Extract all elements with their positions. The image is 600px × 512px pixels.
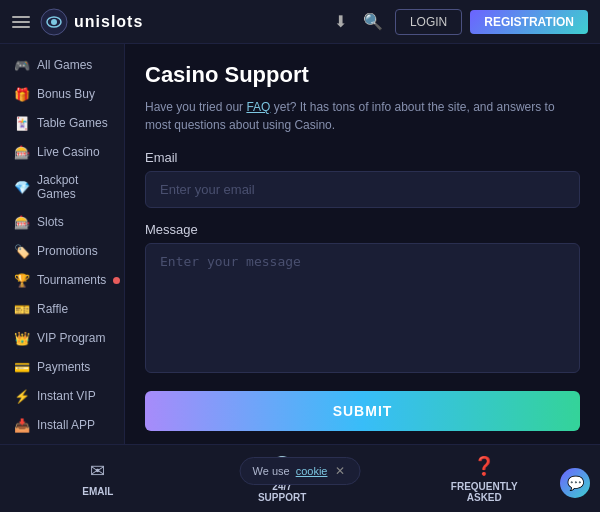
cookie-link[interactable]: cookie <box>296 465 328 477</box>
footer-faq-label: FREQUENTLYASKED <box>451 481 518 503</box>
cookie-close-button[interactable]: ✕ <box>333 464 347 478</box>
email-icon: ✉ <box>90 460 105 482</box>
sidebar-item-label: Tournaments <box>37 273 106 287</box>
footer-support: ✉ EMAIL We use cookie ✕ 🕐 24/7SUPPORT ❓ … <box>0 444 600 512</box>
logo-icon <box>40 8 68 36</box>
header-left: unislots <box>12 8 143 36</box>
download-icon-button[interactable]: ⬇ <box>330 8 351 35</box>
table-games-icon: 🃏 <box>14 115 30 131</box>
email-label: Email <box>145 150 580 165</box>
email-field[interactable] <box>145 171 580 208</box>
sidebar-item-instant-vip[interactable]: ⚡ Instant VIP <box>4 382 120 410</box>
sidebar-item-raffle[interactable]: 🎫 Raffle <box>4 295 120 323</box>
bonus-buy-icon: 🎁 <box>14 86 30 102</box>
sidebar-item-label: Payments <box>37 360 110 374</box>
footer-faq: ❓ FREQUENTLYASKED <box>451 455 518 503</box>
hamburger-icon[interactable] <box>12 16 30 28</box>
vip-icon: 👑 <box>14 330 30 346</box>
sidebar-item-label: Instant VIP <box>37 389 110 403</box>
sidebar-item-tournaments[interactable]: 🏆 Tournaments ▾ <box>4 266 120 294</box>
chat-icon: 💬 <box>567 475 584 491</box>
footer-email: ✉ EMAIL <box>82 460 113 497</box>
main-content: Casino Support Have you tried our FAQ ye… <box>125 44 600 444</box>
sidebar-item-slots[interactable]: 🎰 Slots <box>4 208 120 236</box>
submit-button[interactable]: SUBMIT <box>145 391 580 431</box>
sidebar-item-live-casino[interactable]: 🎰 Live Casino <box>4 138 120 166</box>
sidebar-item-label: Raffle <box>37 302 110 316</box>
sidebar-item-label: Slots <box>37 215 110 229</box>
sidebar-item-label: Promotions <box>37 244 110 258</box>
sidebar-item-all-games[interactable]: 🎮 All Games <box>4 51 120 79</box>
sidebar: 🎮 All Games 🎁 Bonus Buy 🃏 Table Games 🎰 … <box>0 44 125 444</box>
sidebar-item-install-app-upper[interactable]: 📥 Install APP <box>4 411 120 439</box>
sidebar-item-label: Install APP <box>37 418 110 432</box>
promotions-icon: 🏷️ <box>14 243 30 259</box>
sidebar-item-payments[interactable]: 💳 Payments <box>4 353 120 381</box>
slots-icon: 🎰 <box>14 214 30 230</box>
page-description: Have you tried our FAQ yet? It has tons … <box>145 98 580 134</box>
message-label: Message <box>145 222 580 237</box>
jackpot-games-icon: 💎 <box>14 179 30 195</box>
sidebar-item-label: Table Games <box>37 116 110 130</box>
payments-icon: 💳 <box>14 359 30 375</box>
sidebar-item-bonus-buy[interactable]: 🎁 Bonus Buy <box>4 80 120 108</box>
cookie-banner: We use cookie ✕ <box>240 457 361 485</box>
sidebar-item-label: Bonus Buy <box>37 87 110 101</box>
sidebar-item-promotions[interactable]: 🏷️ Promotions <box>4 237 120 265</box>
tournament-badge <box>113 277 120 284</box>
sidebar-item-label: VIP Program <box>37 331 110 345</box>
live-casino-icon: 🎰 <box>14 144 30 160</box>
header: unislots ⬇ 🔍 LOGIN REGISTRATION <box>0 0 600 44</box>
register-button[interactable]: REGISTRATION <box>470 10 588 34</box>
sidebar-item-label: Live Casino <box>37 145 110 159</box>
install-app-upper-icon: 📥 <box>14 417 30 433</box>
header-right: ⬇ 🔍 LOGIN REGISTRATION <box>330 8 588 35</box>
sidebar-item-label: Jackpot Games <box>37 173 110 201</box>
faq-link[interactable]: FAQ <box>246 100 270 114</box>
logo-text: unislots <box>74 13 143 31</box>
svg-point-2 <box>51 19 57 25</box>
page-title: Casino Support <box>145 62 580 88</box>
sidebar-item-table-games[interactable]: 🃏 Table Games <box>4 109 120 137</box>
sidebar-item-jackpot-games[interactable]: 💎 Jackpot Games <box>4 167 120 207</box>
logo-area: unislots <box>40 8 143 36</box>
instant-vip-icon: ⚡ <box>14 388 30 404</box>
tournaments-icon: 🏆 <box>14 272 30 288</box>
cookie-text: We use <box>253 465 290 477</box>
chat-bubble-button[interactable]: 💬 <box>560 468 590 498</box>
raffle-icon: 🎫 <box>14 301 30 317</box>
login-button[interactable]: LOGIN <box>395 9 462 35</box>
footer-email-label: EMAIL <box>82 486 113 497</box>
message-field[interactable] <box>145 243 580 373</box>
search-icon-button[interactable]: 🔍 <box>359 8 387 35</box>
sidebar-item-label: All Games <box>37 58 110 72</box>
layout: 🎮 All Games 🎁 Bonus Buy 🃏 Table Games 🎰 … <box>0 44 600 444</box>
all-games-icon: 🎮 <box>14 57 30 73</box>
sidebar-item-vip-program[interactable]: 👑 VIP Program <box>4 324 120 352</box>
faq-icon: ❓ <box>473 455 495 477</box>
